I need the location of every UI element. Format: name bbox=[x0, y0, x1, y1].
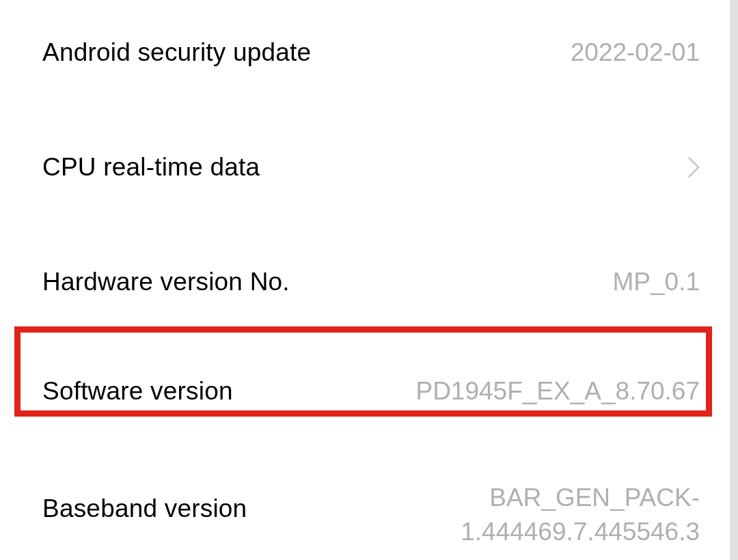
row-value: MP_0.1 bbox=[612, 265, 700, 299]
row-label: Baseband version bbox=[42, 481, 247, 523]
row-cpu-real-time-data[interactable]: CPU real-time data bbox=[0, 105, 730, 229]
row-label: Software version bbox=[42, 377, 233, 406]
chevron-right-icon bbox=[687, 156, 700, 178]
row-value: PD1945F_EX_A_8.70.67 bbox=[415, 374, 700, 408]
row-baseband-version[interactable]: Baseband version BAR_GEN_PACK-1.444469.7… bbox=[0, 448, 730, 560]
row-label: Hardware version No. bbox=[42, 268, 290, 296]
settings-list: Android security update 2022-02-01 CPU r… bbox=[0, 0, 730, 560]
row-software-version[interactable]: Software version PD1945F_EX_A_8.70.67 bbox=[0, 335, 730, 448]
row-label: CPU real-time data bbox=[42, 153, 260, 182]
row-android-security-update[interactable]: Android security update 2022-02-01 bbox=[0, 0, 730, 105]
row-value: 2022-02-01 bbox=[571, 36, 700, 70]
row-hardware-version[interactable]: Hardware version No. MP_0.1 bbox=[0, 229, 730, 335]
row-value: BAR_GEN_PACK-1.444469.7.445546.3 bbox=[276, 481, 700, 549]
row-label: Android security update bbox=[42, 38, 311, 67]
scrollbar[interactable] bbox=[730, 0, 738, 560]
